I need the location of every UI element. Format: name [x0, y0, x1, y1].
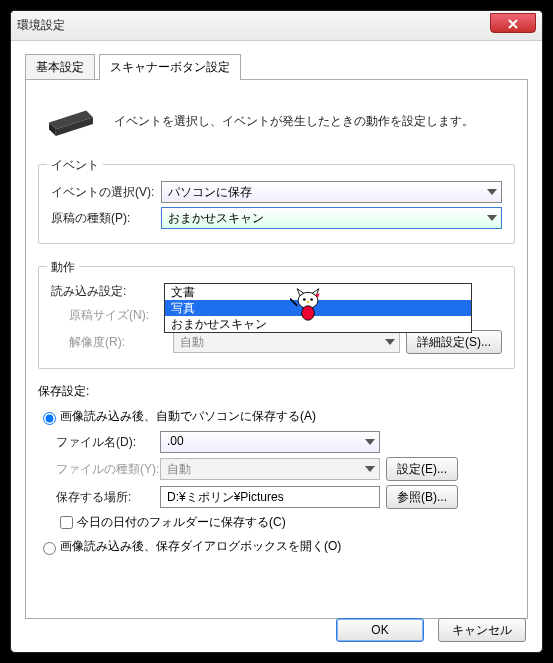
filename-value: .00	[167, 434, 184, 448]
save-title: 保存設定:	[38, 383, 515, 400]
location-label: 保存する場所:	[56, 489, 160, 506]
doc-type-label: 原稿の種類(P):	[51, 210, 161, 227]
size-label: 原稿サイズ(N):	[69, 307, 173, 324]
svg-point-3	[307, 301, 310, 303]
chevron-down-icon	[487, 215, 497, 221]
tab-basic[interactable]: 基本設定	[25, 54, 95, 80]
detail-settings-button[interactable]: 詳細設定(S)...	[406, 330, 502, 354]
doc-type-combo[interactable]: おまかせスキャン	[161, 207, 502, 229]
date-folder-label: 今日の日付のフォルダーに保存する(C)	[77, 514, 286, 531]
location-field[interactable]: D:¥ミポリン¥Pictures	[160, 486, 380, 508]
content-area: 基本設定 スキャナーボタン設定 イベントを選択し、イベントが発生したときの動作を…	[11, 41, 542, 627]
window-title: 環境設定	[17, 17, 65, 34]
tab-panel: イベントを選択し、イベントが発生したときの動作を設定します。 イベント イベント…	[25, 79, 528, 619]
browse-button[interactable]: 参照(B)...	[386, 485, 458, 509]
date-folder-checkbox[interactable]	[60, 516, 73, 529]
dialog-footer: OK キャンセル	[330, 618, 526, 642]
filetype-value: 自動	[167, 462, 191, 476]
dialog-window: 環境設定 基本設定 スキャナーボタン設定 イベントを選択し、イベントが発生したと…	[10, 10, 543, 653]
event-select-combo[interactable]: パソコンに保存	[161, 181, 502, 203]
tab-strip: 基本設定 スキャナーボタン設定 イベントを選択し、イベントが発生したときの動作を…	[25, 53, 528, 619]
res-label: 解像度(R):	[69, 334, 173, 351]
filename-label: ファイル名(D):	[56, 434, 160, 451]
svg-point-2	[310, 298, 313, 301]
radio-auto-save[interactable]	[43, 412, 56, 425]
event-legend: イベント	[47, 157, 103, 174]
intro-text: イベントを選択し、イベントが発生したときの動作を設定します。	[114, 113, 474, 130]
res-combo: 自動	[173, 331, 400, 353]
cancel-button[interactable]: キャンセル	[438, 618, 526, 642]
location-value: D:¥ミポリン¥Pictures	[167, 490, 284, 504]
event-select-label: イベントの選択(V):	[51, 184, 161, 201]
radio-dialog-label: 画像読み込み後、保存ダイアログボックスを開く(O)	[60, 538, 341, 555]
svg-point-1	[303, 298, 306, 301]
filetype-label: ファイルの種類(Y):	[56, 461, 160, 478]
res-value: 自動	[180, 335, 204, 349]
event-fieldset: イベント イベントの選択(V): パソコンに保存 原稿の種類(P): おまかせス…	[38, 164, 515, 244]
action-legend: 動作	[47, 259, 79, 276]
scanner-icon	[44, 98, 98, 144]
save-group: 保存設定: 画像読み込み後、自動でパソコンに保存する(A) ファイル名(D): …	[38, 383, 515, 555]
ok-button[interactable]: OK	[336, 618, 424, 642]
filetype-combo: 自動	[160, 458, 380, 480]
doc-type-value: おまかせスキャン	[168, 211, 264, 225]
radio-dialog[interactable]	[43, 542, 56, 555]
chevron-down-icon	[365, 439, 375, 445]
chevron-down-icon	[487, 189, 497, 195]
radio-auto-label: 画像読み込み後、自動でパソコンに保存する(A)	[60, 408, 316, 425]
read-settings-label: 読み込み設定:	[51, 283, 126, 300]
event-select-value: パソコンに保存	[168, 185, 252, 199]
chevron-down-icon	[365, 466, 375, 472]
titlebar: 環境設定	[11, 11, 542, 41]
cursor-icon	[290, 286, 326, 326]
chevron-down-icon	[385, 339, 395, 345]
filetype-settings-button[interactable]: 設定(E)...	[386, 457, 458, 481]
tab-scanner[interactable]: スキャナーボタン設定	[99, 54, 241, 80]
intro-row: イベントを選択し、イベントが発生したときの動作を設定します。	[44, 98, 515, 144]
close-button[interactable]	[490, 13, 536, 33]
filename-combo[interactable]: .00	[160, 431, 380, 453]
svg-point-4	[302, 306, 315, 320]
